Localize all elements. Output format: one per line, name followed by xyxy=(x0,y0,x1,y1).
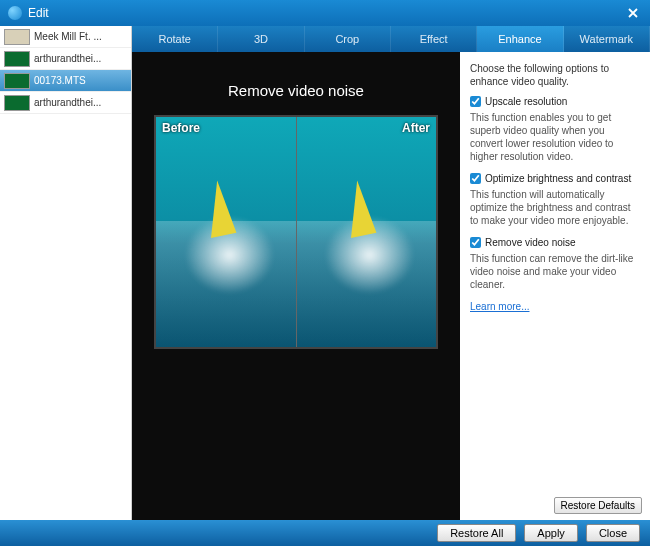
tab-label: Rotate xyxy=(158,33,190,45)
after-label: After xyxy=(402,121,430,135)
window-title: Edit xyxy=(28,6,624,20)
preview-box: Before After xyxy=(154,115,438,349)
sidebar-item-label: Meek Mill Ft. ... xyxy=(34,31,127,42)
options-panel: Choose the following options to enhance … xyxy=(460,52,650,520)
sidebar: Meek Mill Ft. ... arthurandthei... 00173… xyxy=(0,26,132,520)
options-intro: Choose the following options to enhance … xyxy=(470,62,640,88)
close-button[interactable]: Close xyxy=(586,524,640,542)
footer: Restore All Apply Close xyxy=(0,520,650,546)
noise-checkbox-row[interactable]: Remove video noise xyxy=(470,237,640,248)
brightness-checkbox-row[interactable]: Optimize brightness and contrast xyxy=(470,173,640,184)
thumbnail xyxy=(4,95,30,111)
tab-label: Watermark xyxy=(580,33,633,45)
sidebar-item-label: arthurandthei... xyxy=(34,97,127,108)
brightness-desc: This function will automatically optimiz… xyxy=(470,188,640,227)
tab-enhance[interactable]: Enhance xyxy=(477,26,563,52)
upscale-checkbox[interactable] xyxy=(470,96,481,107)
tab-label: Effect xyxy=(420,33,448,45)
sidebar-item[interactable]: Meek Mill Ft. ... xyxy=(0,26,131,48)
noise-desc: This function can remove the dirt-like v… xyxy=(470,252,640,291)
title-bar: Edit xyxy=(0,0,650,26)
body: Meek Mill Ft. ... arthurandthei... 00173… xyxy=(0,26,650,520)
preview-title: Remove video noise xyxy=(228,82,364,99)
tab-label: Enhance xyxy=(498,33,541,45)
app-icon xyxy=(8,6,22,20)
sidebar-item[interactable]: arthurandthei... xyxy=(0,92,131,114)
preview-panel: Remove video noise Before After xyxy=(132,52,460,520)
restore-defaults-button[interactable]: Restore Defaults xyxy=(554,497,642,514)
close-icon[interactable] xyxy=(624,4,642,22)
main: Rotate 3D Crop Effect Enhance Watermark … xyxy=(132,26,650,520)
tab-watermark[interactable]: Watermark xyxy=(564,26,650,52)
noise-label: Remove video noise xyxy=(485,237,576,248)
tab-label: 3D xyxy=(254,33,268,45)
preview-before: Before xyxy=(156,117,296,347)
thumbnail xyxy=(4,73,30,89)
content: Remove video noise Before After Choose t… xyxy=(132,52,650,520)
thumbnail xyxy=(4,51,30,67)
tab-label: Crop xyxy=(335,33,359,45)
brightness-checkbox[interactable] xyxy=(470,173,481,184)
tab-crop[interactable]: Crop xyxy=(305,26,391,52)
upscale-label: Upscale resolution xyxy=(485,96,567,107)
sidebar-item-label: 00173.MTS xyxy=(34,75,127,86)
before-label: Before xyxy=(162,121,200,135)
tabs: Rotate 3D Crop Effect Enhance Watermark xyxy=(132,26,650,52)
apply-button[interactable]: Apply xyxy=(524,524,578,542)
restore-all-button[interactable]: Restore All xyxy=(437,524,516,542)
thumbnail xyxy=(4,29,30,45)
learn-more-link[interactable]: Learn more... xyxy=(470,301,529,312)
noise-checkbox[interactable] xyxy=(470,237,481,248)
upscale-checkbox-row[interactable]: Upscale resolution xyxy=(470,96,640,107)
brightness-label: Optimize brightness and contrast xyxy=(485,173,631,184)
preview-after: After xyxy=(296,117,437,347)
tab-rotate[interactable]: Rotate xyxy=(132,26,218,52)
tab-effect[interactable]: Effect xyxy=(391,26,477,52)
sidebar-item[interactable]: arthurandthei... xyxy=(0,48,131,70)
sidebar-item-selected[interactable]: 00173.MTS xyxy=(0,70,131,92)
upscale-desc: This function enables you to get superb … xyxy=(470,111,640,163)
tab-3d[interactable]: 3D xyxy=(218,26,304,52)
sidebar-item-label: arthurandthei... xyxy=(34,53,127,64)
